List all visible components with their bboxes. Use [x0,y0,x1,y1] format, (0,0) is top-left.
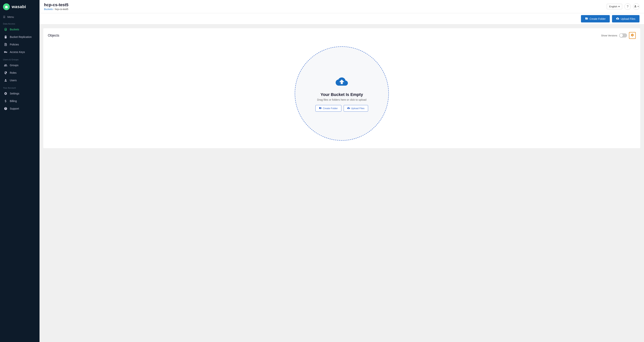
upload-files-icon [616,17,619,21]
sidebar-item-label-bucket-replication: Bucket Replication [10,36,32,39]
create-folder-icon [585,17,588,21]
topbar-left: hcp-cs-test5 Buckets / hcp-cs-test5 [44,3,68,11]
empty-bucket-title: Your Bucket Is Empty [320,92,363,97]
sidebar-item-label-users: Users [10,79,17,82]
empty-create-folder-icon [319,107,322,110]
hamburger-icon: ☰ [3,16,6,19]
empty-upload-files-label: Upload Files [351,107,364,110]
sidebar-item-label-policies: Policies [10,43,19,46]
breadcrumb-buckets-link[interactable]: Buckets [44,8,53,11]
settings-gear-button[interactable] [629,32,636,39]
create-folder-button[interactable]: Create Folder [581,15,610,23]
logo: wasabi [0,0,40,14]
upload-files-button-label: Upload Files [621,17,635,20]
breadcrumb-separator: / [54,8,54,11]
sidebar-item-label-billing: Billing [10,100,17,103]
empty-upload-files-icon [347,107,350,110]
language-label: English [609,5,617,8]
upload-files-button[interactable]: Upload Files [612,15,640,23]
user-account-button[interactable]: ▾ [633,4,640,10]
sidebar: wasabi ☰ Menu Data Access Buckets Bucket… [0,0,40,342]
sidebar-item-label-settings: Settings [10,92,20,95]
policies-icon [4,43,8,46]
menu-toggle[interactable]: ☰ Menu [0,14,40,20]
support-icon [4,107,8,110]
sidebar-item-roles[interactable]: Roles [1,69,39,77]
objects-title: Objects [48,34,59,38]
objects-header: Objects Show Versions [48,32,636,39]
upload-cloud-icon [334,75,349,90]
sidebar-item-bucket-replication[interactable]: Bucket Replication [1,33,39,41]
show-versions-label: Show Versions [601,34,617,37]
user-icon [634,5,637,8]
empty-bucket-subtitle: Drag files or folders here or click to u… [317,98,366,101]
breadcrumb-current: hcp-cs-test5 [55,8,68,11]
objects-controls: Show Versions [601,32,636,39]
breadcrumb: Buckets / hcp-cs-test5 [44,8,68,11]
objects-panel: Objects Show Versions [43,28,640,148]
sidebar-item-label-support: Support [10,107,19,110]
your-account-section-label: Your Account [0,84,40,90]
topbar: hcp-cs-test5 Buckets / hcp-cs-test5 Engl… [40,0,644,13]
sidebar-item-label-buckets: Buckets [10,28,19,31]
drop-zone[interactable]: Your Bucket Is Empty Drag files or folde… [295,46,389,141]
billing-icon [4,99,8,103]
page-title: hcp-cs-test5 [44,3,68,7]
users-groups-section-label: Users & Groups [0,56,40,61]
create-folder-button-label: Create Folder [590,17,606,20]
wasabi-logo-icon [3,4,10,10]
sidebar-item-groups[interactable]: Groups [1,61,39,69]
empty-create-folder-label: Create Folder [323,107,338,110]
empty-upload-files-button[interactable]: Upload Files [344,105,368,112]
bucket-replication-icon [4,35,8,39]
buckets-icon [4,28,8,31]
settings-icon [4,92,8,95]
topbar-right: English ▾ ? ▾ [607,4,640,10]
user-dropdown-arrow: ▾ [638,5,639,8]
help-button[interactable]: ? [624,4,631,10]
access-keys-icon [4,50,8,54]
users-icon [4,78,8,82]
language-dropdown[interactable]: English ▾ [607,4,622,9]
sidebar-item-label-roles: Roles [10,71,16,74]
sidebar-item-billing[interactable]: Billing [1,97,39,105]
sidebar-item-support[interactable]: Support [1,105,39,112]
empty-create-folder-button[interactable]: Create Folder [316,105,341,112]
roles-icon [4,71,8,75]
sidebar-item-users[interactable]: Users [1,77,39,84]
sidebar-item-policies[interactable]: Policies [1,41,39,48]
sidebar-item-buckets[interactable]: Buckets [1,26,39,33]
data-access-section-label: Data Access [0,20,40,26]
help-icon: ? [627,5,628,8]
show-versions-toggle[interactable] [619,33,627,38]
empty-actions: Create Folder Upload Files [316,105,368,112]
gear-icon [631,33,634,38]
sidebar-item-access-keys[interactable]: Access Keys [1,48,39,56]
sidebar-item-settings[interactable]: Settings [1,90,39,97]
main-content: hcp-cs-test5 Buckets / hcp-cs-test5 Engl… [40,0,644,342]
menu-label: Menu [7,16,14,19]
logo-text: wasabi [12,4,26,9]
action-bar: Create Folder Upload Files [40,13,644,25]
content-area: Objects Show Versions [40,25,644,342]
sidebar-item-label-groups: Groups [10,64,18,67]
groups-icon [4,63,8,67]
sidebar-item-label-access-keys: Access Keys [10,51,25,54]
language-dropdown-arrow: ▾ [618,5,620,8]
